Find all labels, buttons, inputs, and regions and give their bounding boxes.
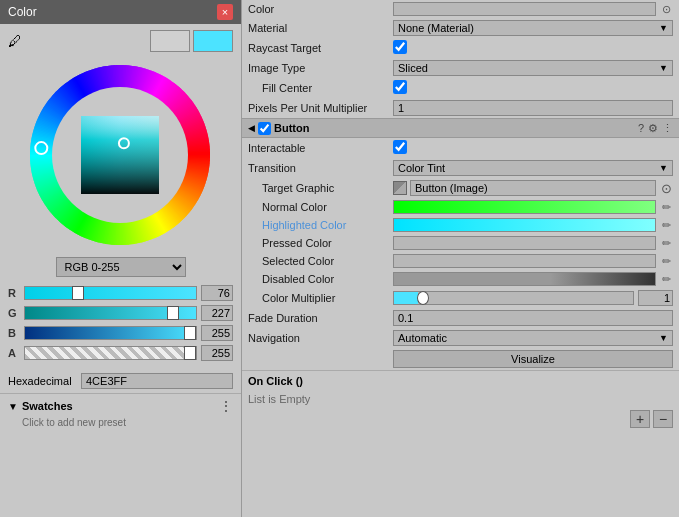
ppu-input[interactable] — [393, 100, 673, 116]
section-more-btn[interactable]: ⋮ — [662, 122, 673, 135]
fillcenter-checkbox[interactable] — [393, 80, 407, 94]
ppu-label: Pixels Per Unit Multiplier — [248, 102, 393, 114]
alpha-slider-row: A — [8, 345, 233, 361]
material-dropdown-text: None (Material) — [398, 22, 474, 34]
button-enabled-checkbox[interactable] — [258, 122, 271, 135]
onclick-controls: + − — [248, 408, 673, 430]
imagetype-dropdown[interactable]: Sliced ▼ — [393, 60, 673, 76]
highlightedcolor-picker-btn[interactable]: ✏ — [659, 218, 673, 232]
color-tools: 🖊 — [0, 24, 241, 58]
interactable-value — [393, 140, 673, 156]
button-graphic-pick-btn[interactable]: ⊙ — [659, 181, 673, 195]
hex-input[interactable] — [81, 373, 233, 389]
section-help-btn[interactable]: ? — [638, 122, 644, 134]
alpha-value[interactable] — [201, 345, 233, 361]
imagetype-value[interactable]: Sliced ▼ — [393, 60, 673, 76]
visualize-button[interactable]: Visualize — [393, 350, 673, 368]
targetgraphic-value: Button (Image) ⊙ — [393, 180, 673, 196]
green-slider[interactable] — [24, 306, 197, 320]
section-settings-btn[interactable]: ⚙ — [648, 122, 658, 135]
disabledcolor-picker-btn[interactable]: ✏ — [659, 272, 673, 286]
blue-slider-row: B — [8, 325, 233, 341]
transition-value[interactable]: Color Tint ▼ — [393, 160, 673, 176]
button-section-header: ◀ Button ? ⚙ ⋮ — [242, 118, 679, 138]
add-preset-label[interactable]: Click to add new preset — [8, 414, 233, 428]
swatches-header[interactable]: ▼ Swatches ⋮ — [8, 398, 233, 414]
imagetype-label: Image Type — [248, 62, 393, 74]
section-toggle-icon[interactable]: ◀ — [248, 123, 255, 133]
color-picker-btn[interactable]: ⊙ — [659, 2, 673, 16]
swatches-section: ▼ Swatches ⋮ Click to add new preset — [0, 393, 241, 432]
normalcolor-swatch[interactable] — [393, 200, 656, 214]
selectedcolor-swatch[interactable] — [393, 254, 656, 268]
onclick-add-btn[interactable]: + — [630, 410, 650, 428]
visualize-value[interactable]: Visualize — [393, 350, 673, 368]
normalcolor-picker-btn[interactable]: ✏ — [659, 200, 673, 214]
material-dropdown[interactable]: None (Material) ▼ — [393, 20, 673, 36]
interactable-checkbox[interactable] — [393, 140, 407, 154]
blue-slider[interactable] — [24, 326, 197, 340]
navigation-value[interactable]: Automatic ▼ — [393, 330, 673, 346]
blue-value[interactable] — [201, 325, 233, 341]
disabledcolor-swatch-row: ✏ — [393, 272, 673, 286]
onclick-empty-label: List is Empty — [248, 390, 673, 408]
selectedcolor-picker-btn[interactable]: ✏ — [659, 254, 673, 268]
button-graphic-name[interactable]: Button (Image) — [410, 180, 656, 196]
sliders-section: R G B A — [0, 281, 241, 369]
pressedcolor-row: Pressed Color ✏ — [242, 234, 679, 252]
red-slider[interactable] — [24, 286, 197, 300]
swatches-arrow-icon: ▼ — [8, 401, 18, 412]
green-slider-row: G — [8, 305, 233, 321]
color-row-label: Color — [248, 3, 393, 15]
material-value[interactable]: None (Material) ▼ — [393, 20, 673, 36]
pressedcolor-swatch[interactable] — [393, 236, 656, 250]
fadeduration-value[interactable] — [393, 310, 673, 326]
raycast-row: Raycast Target — [242, 38, 679, 58]
navigation-label: Navigation — [248, 332, 393, 344]
alpha-slider[interactable] — [24, 346, 197, 360]
pressedcolor-swatch-row: ✏ — [393, 236, 673, 250]
color-wheel-canvas[interactable] — [28, 63, 213, 248]
onclick-remove-btn[interactable]: − — [653, 410, 673, 428]
raycast-checkbox[interactable] — [393, 40, 407, 54]
color-mode-select[interactable]: RGB 0-255 RGB 0-1 HSV Hex — [56, 257, 186, 277]
close-button[interactable]: × — [217, 4, 233, 20]
color-panel-title: Color — [8, 5, 37, 19]
colormultiplier-input[interactable] — [638, 290, 673, 306]
green-label: G — [8, 307, 20, 319]
color-row-value: ⊙ — [393, 2, 673, 16]
normalcolor-row: Normal Color ✏ — [242, 198, 679, 216]
colormultiplier-row: Color Multiplier — [242, 288, 679, 308]
ppu-row: Pixels Per Unit Multiplier — [242, 98, 679, 118]
pressedcolor-value: ✏ — [393, 236, 673, 250]
normalcolor-label: Normal Color — [248, 201, 393, 213]
colormultiplier-slider[interactable] — [393, 291, 634, 305]
alpha-label: A — [8, 347, 20, 359]
selectedcolor-row: Selected Color ✏ — [242, 252, 679, 270]
pressedcolor-picker-btn[interactable]: ✏ — [659, 236, 673, 250]
interactable-label: Interactable — [248, 142, 393, 154]
navigation-row: Navigation Automatic ▼ — [242, 328, 679, 348]
raycast-value — [393, 40, 673, 56]
navigation-dropdown[interactable]: Automatic ▼ — [393, 330, 673, 346]
normalcolor-swatch-row: ✏ — [393, 200, 673, 214]
color-wheel-wrapper[interactable] — [28, 63, 213, 248]
fadeduration-label: Fade Duration — [248, 312, 393, 324]
targetgraphic-row: Target Graphic Button (Image) ⊙ — [242, 178, 679, 198]
color-preview — [150, 30, 233, 52]
navigation-dropdown-arrow: ▼ — [659, 333, 668, 343]
ppu-value[interactable] — [393, 100, 673, 116]
swatches-menu-button[interactable]: ⋮ — [219, 398, 233, 414]
color-row: Color ⊙ — [242, 0, 679, 18]
imagetype-dropdown-text: Sliced — [398, 62, 428, 74]
green-value[interactable] — [201, 305, 233, 321]
button-graphic-row: Button (Image) ⊙ — [393, 180, 673, 196]
fadeduration-input[interactable] — [393, 310, 673, 326]
color-wheel-container — [0, 58, 241, 253]
highlightedcolor-swatch[interactable] — [393, 218, 656, 232]
onclick-section: On Click () List is Empty + − — [242, 370, 679, 434]
disabledcolor-swatch[interactable] — [393, 272, 656, 286]
red-value[interactable] — [201, 285, 233, 301]
transition-dropdown[interactable]: Color Tint ▼ — [393, 160, 673, 176]
eyedropper-icon[interactable]: 🖊 — [8, 33, 22, 49]
